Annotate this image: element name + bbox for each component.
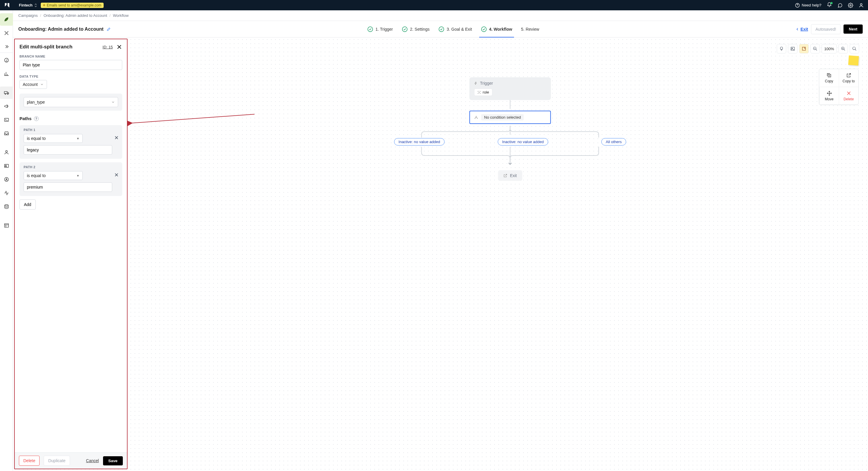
rail-item-content[interactable] [0, 219, 13, 232]
next-button[interactable]: Next [843, 25, 863, 34]
search-button[interactable] [850, 44, 859, 54]
rail-item-analytics[interactable] [0, 68, 13, 80]
workflow-canvas[interactable]: Edit multi-split branch ID: 15 BRANCH NA… [13, 37, 868, 471]
tag-dot-icon [43, 4, 45, 6]
rail-item-people[interactable] [0, 146, 13, 158]
node-move-button[interactable]: Move [819, 87, 839, 104]
email-tag-badge[interactable]: Emails send to ami@example.com [41, 3, 104, 8]
lightbulb-button[interactable] [777, 44, 786, 54]
rail-item-transactional[interactable] [0, 114, 13, 126]
gear-icon[interactable] [848, 3, 853, 8]
crumb-campaign-name[interactable]: Onboarding: Admin added to Account [43, 13, 107, 18]
need-help-text: Need help? [802, 3, 822, 7]
need-help-link[interactable]: Need help? [795, 3, 822, 8]
rail-item-accounts[interactable] [0, 160, 13, 172]
zoom-in-button[interactable] [838, 44, 848, 54]
path-2-condition-select[interactable]: is equal to ▼ [24, 171, 83, 180]
chat-icon[interactable] [837, 3, 843, 8]
terminal-icon [4, 117, 9, 123]
rail-expand-button[interactable] [0, 40, 13, 53]
image-button[interactable] [788, 44, 798, 54]
sticky-note[interactable] [848, 56, 859, 65]
chevron-updown-icon [34, 3, 37, 7]
lightning-icon [474, 82, 478, 85]
notifications-button[interactable] [827, 2, 832, 8]
rail-item-segments[interactable] [0, 173, 13, 186]
inbox-icon [4, 131, 9, 136]
step-workflow[interactable]: 4. Workflow [481, 21, 512, 37]
path-1-remove[interactable]: ✕ [114, 134, 119, 141]
workflow-flow: Trigger role No condition selected Inact… [394, 77, 626, 181]
user-icon[interactable] [859, 3, 864, 8]
rail-item-x[interactable] [0, 27, 13, 39]
rail-item-dashboard[interactable] [0, 54, 13, 66]
step-review[interactable]: 5. Review [521, 21, 539, 37]
svg-point-1 [850, 4, 851, 6]
zoom-level[interactable]: 100% [822, 44, 837, 54]
path-1-block: PATH 1 ✕ is equal to ▼ [20, 125, 122, 159]
exit-node[interactable]: Exit [498, 170, 522, 181]
step-settings[interactable]: 2. Settings [402, 21, 430, 37]
trigger-node[interactable]: Trigger role [469, 77, 551, 100]
role-chip[interactable]: role [474, 89, 492, 96]
node-copyto-button[interactable]: Copy to [839, 69, 858, 87]
condition-node[interactable]: No condition selected [469, 111, 551, 124]
activity-icon [4, 190, 9, 196]
branch-pill-2[interactable]: Inactive: no value added [498, 138, 548, 146]
rail-item-data[interactable] [0, 200, 13, 213]
rail-item-broadcasts[interactable] [0, 100, 13, 113]
svg-point-24 [852, 47, 855, 50]
chevrons-right-icon [4, 44, 9, 49]
add-path-button[interactable]: Add [20, 199, 36, 210]
data-type-label: DATA TYPE [20, 75, 122, 78]
check-circle-icon [438, 26, 444, 32]
edit-pencil-icon[interactable] [106, 27, 111, 31]
svg-point-18 [481, 27, 486, 32]
breadcrumb: Campaigns / Onboarding: Admin added to A… [13, 10, 868, 21]
rail-item-campaigns[interactable] [0, 87, 13, 99]
close-icon[interactable] [116, 44, 122, 50]
panel-cancel-link[interactable]: Cancel [86, 458, 99, 463]
branch-name-input[interactable] [20, 60, 122, 70]
search-icon [852, 46, 857, 51]
path-2-remove[interactable]: ✕ [114, 172, 119, 178]
workspace-name-text: Fintech [19, 3, 32, 7]
path-2-value-input[interactable] [24, 182, 112, 192]
svg-point-16 [402, 27, 407, 32]
chevron-left-icon [796, 27, 799, 31]
lightbulb-icon [779, 46, 784, 51]
step-trigger[interactable]: 1. Trigger [367, 21, 393, 37]
exit-link[interactable]: Exit [796, 27, 808, 32]
rail-item-deliveries[interactable] [0, 127, 13, 139]
branch-pill-1[interactable]: Inactive: no value added [394, 138, 445, 146]
panel-save-button[interactable]: Save [103, 456, 123, 465]
node-delete-button[interactable]: Delete [839, 87, 858, 104]
copy-icon [826, 72, 832, 78]
autosaved-status: Autosaved! [811, 24, 841, 34]
chevron-down-icon [40, 83, 44, 86]
crumb-campaigns[interactable]: Campaigns [18, 13, 38, 18]
workspace-switcher[interactable]: Fintech [19, 3, 37, 7]
zoom-in-icon [841, 46, 845, 51]
zoom-out-button[interactable] [810, 44, 820, 54]
path-2-label: PATH 2 [24, 165, 118, 169]
attribute-select[interactable]: plan_type [24, 97, 118, 107]
panel-delete-button[interactable]: Delete [19, 456, 39, 466]
external-link-icon [846, 72, 851, 78]
path-1-condition-select[interactable]: is equal to ▼ [24, 134, 83, 143]
help-circle-icon[interactable]: ? [34, 116, 39, 121]
note-button[interactable] [799, 44, 809, 54]
step-goal-exit[interactable]: 3. Goal & Exit [438, 21, 472, 37]
rail-item-activity[interactable] [0, 187, 13, 199]
svg-point-2 [860, 4, 862, 5]
svg-rect-14 [4, 224, 8, 227]
panel-duplicate-button: Duplicate [44, 456, 70, 466]
svg-rect-25 [828, 74, 831, 77]
node-copy-button[interactable]: Copy [819, 69, 839, 87]
path-1-value-input[interactable] [24, 145, 112, 155]
data-type-select[interactable]: Account [20, 80, 47, 89]
panel-id-link[interactable]: ID: 15 [102, 45, 113, 49]
crumb-workflow: Workflow [113, 13, 128, 18]
branch-pill-allothers[interactable]: All others [601, 138, 626, 146]
rail-item-home[interactable] [0, 13, 13, 26]
